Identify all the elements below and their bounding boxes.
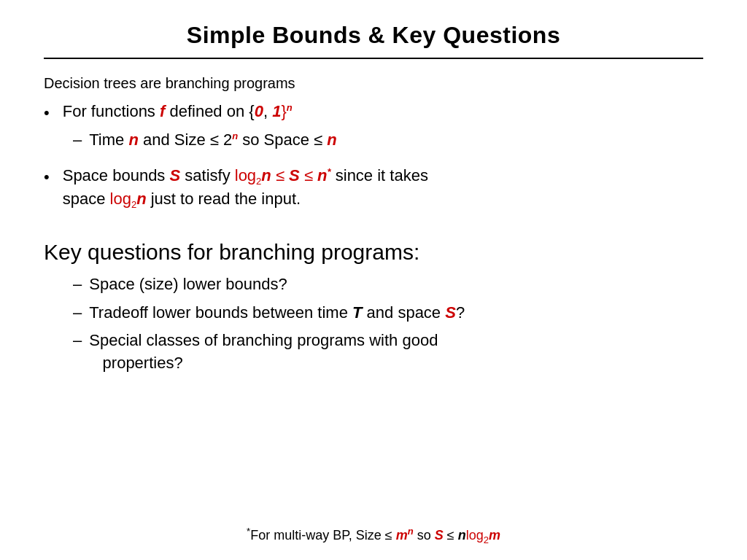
sub-bullet-1-text: Time n and Size ≤ 2n so Space ≤ n	[89, 129, 336, 152]
space-S-2: S	[445, 303, 456, 322]
set-brace: }	[281, 102, 286, 120]
dash-1: –	[73, 129, 82, 152]
key-questions-header: Key questions for branching programs:	[44, 240, 703, 265]
set-1: 1	[272, 102, 281, 120]
just-to-read: just to read the input.	[147, 190, 301, 208]
sub-bullet-1-item: – Time n and Size ≤ 2n so Space ≤ n	[73, 129, 703, 152]
bullet-1: • For functions f defined on {0, 1}n	[44, 101, 703, 125]
bullet-dot-1: •	[44, 102, 50, 125]
key-dash-2: –	[73, 302, 82, 324]
log2n: log2n	[235, 166, 271, 184]
time-n: n	[128, 131, 138, 149]
leq1: ≤	[271, 166, 289, 184]
key-bullet-3-text: Special classes of branching programs wi…	[89, 330, 438, 375]
title-section: Simple Bounds & Key Questions	[44, 22, 703, 59]
bullet-2-text: Space bounds S satisfy log2n ≤ S ≤ n* si…	[63, 165, 428, 212]
for-functions-label: For functions	[63, 102, 160, 120]
footnote-n-sup: n	[408, 526, 414, 537]
slide-content: Decision trees are branching programs • …	[44, 75, 703, 545]
footnote-star: *	[247, 526, 250, 537]
slide: Simple Bounds & Key Questions Decision t…	[0, 0, 747, 560]
since-text: since it takes	[331, 166, 428, 184]
bullet-2-section: • Space bounds S satisfy log2n ≤ S ≤ n* …	[44, 165, 703, 217]
key-bullet-3: – Special classes of branching programs …	[73, 330, 703, 375]
defined-on: defined on {	[165, 102, 254, 120]
intro-text: Decision trees are branching programs	[44, 75, 703, 92]
comma: ,	[263, 102, 272, 120]
key-bullet-1-text: Space (size) lower bounds?	[89, 273, 287, 296]
key-bullet-2-text: Tradeoff lower bounds between time T and…	[89, 302, 465, 324]
set-n: n	[287, 102, 293, 120]
set-0: 0	[255, 102, 263, 120]
n-star: n*	[317, 166, 331, 184]
key-bullets-list: – Space (size) lower bounds? – Tradeoff …	[73, 273, 703, 381]
slide-title: Simple Bounds & Key Questions	[44, 22, 703, 49]
log2n-2: log2n	[110, 190, 147, 208]
key-bullet-1: – Space (size) lower bounds?	[73, 273, 703, 296]
footnote-m: m	[396, 528, 408, 542]
space-n: n	[327, 131, 336, 149]
size-sup-n: n	[232, 130, 238, 141]
satisfy-text: satisfy	[180, 166, 235, 184]
space-text: space	[63, 190, 110, 208]
footnote-section: *For multi-way BP, Size ≤ mn so S ≤ nlog…	[44, 518, 703, 545]
sub-bullet-1: – Time n and Size ≤ 2n so Space ≤ n	[73, 129, 703, 152]
time-T: T	[352, 303, 362, 322]
key-dash-3: –	[73, 330, 82, 352]
space-bounds-label: Space bounds	[63, 166, 170, 184]
key-dash-1: –	[73, 273, 82, 296]
footnote-S: S	[435, 528, 444, 542]
bullet-1-text: For functions f defined on {0, 1}n	[63, 101, 293, 123]
leq2: ≤	[300, 166, 317, 184]
bullet-dot-2: •	[44, 166, 50, 189]
S-mid: S	[289, 166, 300, 184]
key-bullet-2: – Tradeoff lower bounds between time T a…	[73, 302, 703, 324]
bullet-1-section: • For functions f defined on {0, 1}n – T…	[44, 101, 703, 155]
footnote-log2m: log2m	[466, 528, 500, 542]
bullet-2: • Space bounds S satisfy log2n ≤ S ≤ n* …	[44, 165, 703, 212]
footnote-text: *For multi-way BP, Size ≤ mn so S ≤ nlog…	[247, 528, 500, 542]
footnote-n: n	[458, 528, 466, 542]
space-S: S	[169, 166, 180, 184]
